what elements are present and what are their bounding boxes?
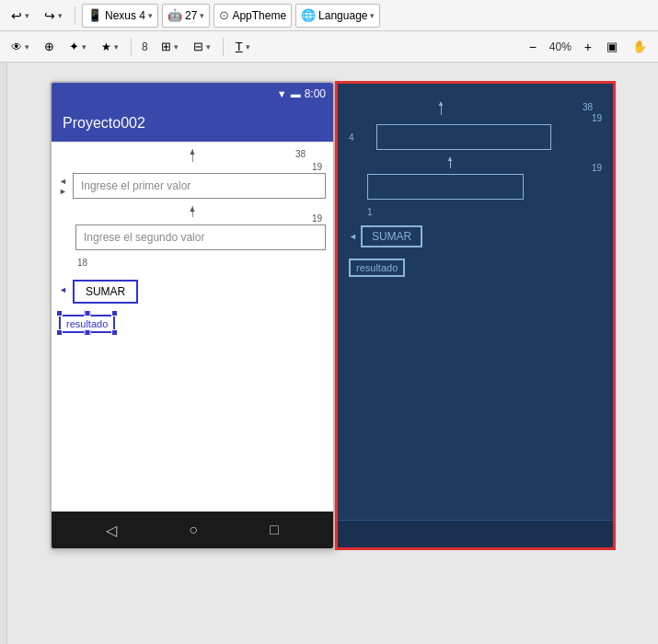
theme-selector[interactable]: ⊙ AppTheme	[214, 4, 292, 28]
handle-tr	[111, 310, 118, 316]
zoom-level: 40%	[546, 40, 575, 53]
bp-resultado-row: resultado	[349, 259, 602, 277]
handle-bl	[56, 329, 63, 336]
device-view-button[interactable]: ▣	[601, 35, 623, 59]
annotation-18-row: 18	[59, 258, 326, 270]
status-time: 8:00	[305, 87, 326, 100]
magnet-icon: ⊕	[44, 40, 54, 53]
left-panel	[0, 63, 7, 644]
grid-icon: ⊞	[161, 40, 171, 53]
sumar-button[interactable]: SUMAR	[73, 280, 138, 304]
bp-annotation-4: 4	[349, 132, 354, 143]
arrow-up-head: ▲	[189, 147, 197, 156]
language-selector[interactable]: 🌐 Language ▾	[295, 4, 380, 28]
api-selector[interactable]: 🤖 27 ▾	[162, 4, 210, 28]
nav-home-button[interactable]: ○	[189, 522, 198, 538]
resultado-label: resultado	[66, 318, 108, 329]
language-icon: 🌐	[301, 8, 316, 22]
handle-br	[111, 329, 118, 336]
margin-number: 8	[138, 40, 152, 53]
phone-app-bar: Proyecto002	[52, 105, 333, 142]
input1-field[interactable]: Ingrese el primer valor	[73, 173, 326, 199]
theme-label: AppTheme	[232, 9, 286, 22]
annotation-19-2: 19	[312, 213, 322, 224]
canvas-area[interactable]: ▼ ▬ 8:00 Proyecto002 ▲ 38	[7, 63, 658, 644]
input1-placeholder: Ingrese el primer valor	[81, 179, 190, 192]
bp-resultado-container: resultado	[349, 259, 405, 277]
design-phone: ▼ ▬ 8:00 Proyecto002 ▲ 38	[50, 81, 335, 550]
align-button[interactable]: ⊟ ▾	[188, 35, 216, 59]
star-chevron-icon: ▾	[114, 42, 119, 52]
phone-content: ▲ 38 ◄ ► 34 Ingrese el primer valor 1	[52, 142, 333, 512]
phone-status-bar: ▼ ▬ 8:00	[52, 83, 333, 105]
theme-icon: ⊙	[219, 8, 229, 22]
resultado-row: resultado	[59, 313, 326, 333]
bp-sumar-row: ◄ SUMAR	[349, 225, 602, 247]
language-chevron-icon: ▾	[370, 11, 375, 20]
annotation-34: 34	[50, 175, 51, 185]
bp-annotation-19-1: 19	[592, 113, 602, 123]
undo-button[interactable]: ↩ ▾	[6, 4, 35, 28]
handle-bm	[84, 329, 90, 336]
v-arrow-row-2: ▲	[59, 206, 326, 221]
redo-button[interactable]: ↪ ▾	[39, 4, 68, 28]
device-selector[interactable]: 📱 Nexus 4 ▾	[82, 4, 158, 28]
resultado-container: resultado	[59, 313, 115, 333]
input2-placeholder: Ingrese el segundo valor	[84, 231, 204, 244]
annotation-19-1: 19	[312, 162, 322, 172]
left-arrows: ◄ ►	[59, 177, 67, 196]
input2-field[interactable]: Ingrese el segundo valor	[75, 224, 326, 250]
bp-annotation-19-2: 19	[592, 163, 602, 173]
blueprint-bottom-bar	[338, 520, 613, 547]
hand-tool-button[interactable]: ✋	[627, 35, 652, 59]
undo-icon: ↩	[11, 8, 22, 23]
v-arrow-up-2: ▲	[189, 204, 197, 213]
blueprint-content: ▲ 38 4 19 ▲	[338, 84, 613, 520]
main-content: ▼ ▬ 8:00 Proyecto002 ▲ 38	[0, 63, 658, 644]
grid-chevron-icon: ▾	[174, 42, 179, 52]
redo-chevron-icon: ▾	[58, 11, 63, 20]
handle-tm	[84, 310, 90, 316]
bp-annotation-1: 1	[367, 207, 373, 217]
bp-arrow-up-1: ▲	[437, 99, 444, 108]
phone-nav-bar: ◁ ○ □	[52, 512, 333, 548]
eye-chevron-icon: ▾	[25, 42, 29, 52]
api-chevron-icon: ▾	[200, 11, 204, 20]
zoom-out-button[interactable]: −	[524, 35, 542, 59]
bp-input2-field	[367, 174, 524, 200]
eye-icon: 👁	[11, 40, 22, 53]
sumar-row: ◄ SUMAR	[59, 276, 326, 304]
baseline-icon: T	[236, 40, 243, 53]
bp-annotation-38: 38	[583, 102, 593, 112]
zoom-controls: − 40% + ▣ ✋	[524, 35, 652, 59]
bp-v-arrow-row: ▲	[349, 157, 602, 170]
align-chevron-icon: ▾	[206, 42, 211, 52]
android-icon: 🤖	[167, 8, 182, 22]
magnet-button[interactable]: ⊕	[39, 35, 60, 59]
sumar-label: SUMAR	[86, 285, 125, 298]
battery-icon: ▬	[291, 88, 301, 99]
star-button[interactable]: ★ ▾	[96, 35, 124, 59]
separator-3	[223, 38, 224, 56]
grid-button[interactable]: ⊞ ▾	[156, 35, 184, 59]
bp-resultado-label: resultado	[356, 262, 398, 273]
bp-annotation-38-row: ▲ 38	[349, 102, 602, 121]
device-view-icon: ▣	[606, 40, 618, 53]
app-title: Proyecto002	[63, 115, 145, 132]
nav-back-button[interactable]: ◁	[106, 522, 117, 539]
bp-sumar-button: SUMAR	[361, 225, 422, 247]
baseline-button[interactable]: T ▾	[230, 35, 256, 59]
hand-tool-icon: ✋	[632, 40, 647, 53]
eye-button[interactable]: 👁 ▾	[6, 35, 35, 59]
toolbar-second: 👁 ▾ ⊕ ✦ ▾ ★ ▾ 8 ⊞ ▾ ⊟ ▾ T ▾ − 40% + ▣	[0, 31, 658, 63]
redo-icon: ↪	[44, 8, 55, 23]
bp-arrow-up-2: ▲	[446, 155, 454, 163]
zoom-in-button[interactable]: +	[579, 35, 597, 59]
nav-recent-button[interactable]: □	[270, 522, 279, 538]
bp-input1-row: 4 19	[349, 124, 602, 150]
device-chevron-icon: ▾	[148, 11, 153, 20]
bp-input2-row: 19	[349, 174, 602, 200]
pan-button[interactable]: ✦ ▾	[63, 35, 92, 59]
separator-1	[75, 6, 75, 25]
star-icon: ★	[101, 40, 111, 53]
